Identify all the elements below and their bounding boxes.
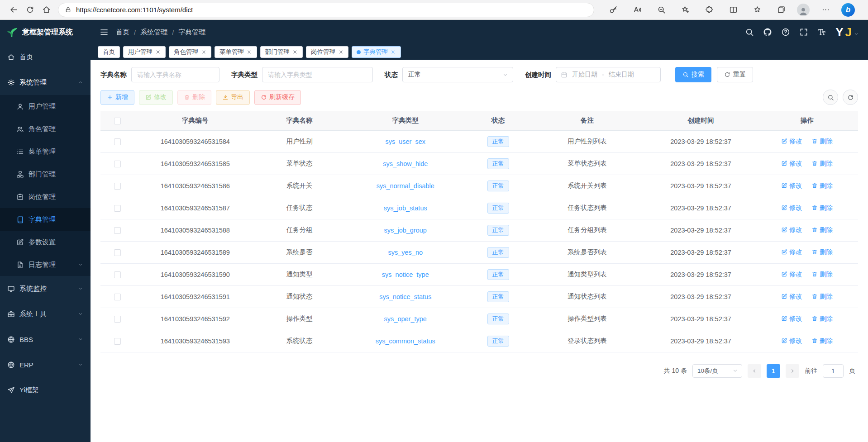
status-select[interactable]: 正常 <box>402 67 513 82</box>
row-edit-link[interactable]: 修改 <box>781 159 802 168</box>
reload-table-icon[interactable] <box>843 90 858 105</box>
sidebar-item-param-settings[interactable]: 参数设置 <box>0 231 91 253</box>
bing-copilot-icon[interactable]: b <box>841 3 855 17</box>
row-delete-link[interactable]: 删除 <box>811 159 833 168</box>
add-favorite-icon[interactable] <box>677 2 694 18</box>
goto-page-input[interactable] <box>823 364 844 378</box>
row-edit-link[interactable]: 修改 <box>781 248 802 257</box>
sidebar-item-log-mgmt[interactable]: 日志管理 <box>0 253 91 276</box>
row-checkbox[interactable] <box>114 294 121 300</box>
refresh-icon[interactable] <box>22 2 38 18</box>
sidebar-item-system-mgmt[interactable]: 系统管理 <box>0 70 91 95</box>
browser-home-icon[interactable] <box>38 2 54 18</box>
toggle-search-icon[interactable] <box>823 90 838 105</box>
github-icon[interactable] <box>763 28 772 37</box>
dict-type-link[interactable]: sys_notice_status <box>379 293 431 300</box>
dict-type-link[interactable]: sys_show_hide <box>383 160 428 167</box>
breadcrumb-system[interactable]: 系统管理 <box>140 28 167 37</box>
sidebar-item-dept-mgmt[interactable]: 部门管理 <box>0 163 91 185</box>
row-delete-link[interactable]: 删除 <box>811 270 833 279</box>
close-icon[interactable] <box>155 49 161 55</box>
dict-type-link[interactable]: sys_oper_type <box>384 315 427 323</box>
browser-settings-dots-icon[interactable] <box>817 2 834 18</box>
collections-icon[interactable] <box>773 2 789 18</box>
sidebar-item-yi-framework[interactable]: Yi框架 <box>0 377 91 403</box>
row-checkbox[interactable] <box>114 227 121 234</box>
tab-menu-mgmt[interactable]: 菜单管理 <box>215 46 257 58</box>
help-icon[interactable] <box>781 28 790 37</box>
next-page-button[interactable] <box>786 364 799 378</box>
address-bar[interactable]: https://ccnetcore.com:1101/system/dict <box>58 3 594 17</box>
dict-type-link[interactable]: sys_notice_type <box>382 271 429 278</box>
row-delete-link[interactable]: 删除 <box>811 181 833 190</box>
site-lock-icon[interactable] <box>65 6 72 13</box>
tab-home[interactable]: 首页 <box>98 46 120 58</box>
row-delete-link[interactable]: 删除 <box>811 314 833 323</box>
dict-type-link[interactable]: sys_user_sex <box>385 138 425 145</box>
hamburger-menu-icon[interactable] <box>100 28 109 37</box>
row-delete-link[interactable]: 删除 <box>811 337 833 345</box>
sidebar-item-post-mgmt[interactable]: 岗位管理 <box>0 185 91 208</box>
close-icon[interactable] <box>201 49 206 55</box>
page-size-select[interactable]: 10条/页 <box>692 364 742 378</box>
row-edit-link[interactable]: 修改 <box>781 292 802 301</box>
tab-post-mgmt[interactable]: 岗位管理 <box>306 46 348 58</box>
row-checkbox[interactable] <box>114 249 121 256</box>
read-aloud-icon[interactable] <box>630 2 646 18</box>
row-checkbox[interactable] <box>114 138 121 145</box>
sidebar-item-user-mgmt[interactable]: 用户管理 <box>0 95 91 118</box>
delete-button[interactable]: 删除 <box>177 90 211 105</box>
fullscreen-icon[interactable] <box>799 28 808 37</box>
row-edit-link[interactable]: 修改 <box>781 270 802 279</box>
extensions-icon[interactable] <box>701 2 718 18</box>
close-icon[interactable] <box>338 49 343 55</box>
close-icon[interactable] <box>292 49 298 55</box>
sidebar-item-home[interactable]: 首页 <box>0 44 91 70</box>
row-edit-link[interactable]: 修改 <box>781 337 802 345</box>
sidebar-item-dict-mgmt[interactable]: 字典管理 <box>0 208 91 231</box>
back-icon[interactable] <box>5 2 22 18</box>
password-key-icon[interactable] <box>606 2 622 18</box>
row-checkbox[interactable] <box>114 183 121 190</box>
row-delete-link[interactable]: 删除 <box>811 137 833 146</box>
row-checkbox[interactable] <box>114 338 121 345</box>
sidebar-item-role-mgmt[interactable]: 角色管理 <box>0 118 91 140</box>
sidebar-item-menu-mgmt[interactable]: 菜单管理 <box>0 140 91 163</box>
current-page-button[interactable]: 1 <box>767 364 780 378</box>
sidebar-item-erp[interactable]: ERP <box>0 352 91 377</box>
row-checkbox[interactable] <box>114 316 121 323</box>
sidebar-item-system-tools[interactable]: 系统工具 <box>0 301 91 327</box>
add-button[interactable]: 新增 <box>100 90 134 105</box>
refresh-cache-button[interactable]: 刷新缓存 <box>254 90 301 105</box>
header-search-icon[interactable] <box>745 28 754 37</box>
browser-profile-avatar[interactable] <box>797 4 810 16</box>
row-checkbox[interactable] <box>114 205 121 212</box>
row-delete-link[interactable]: 删除 <box>811 204 833 212</box>
row-delete-link[interactable]: 删除 <box>811 248 833 257</box>
zoom-icon[interactable] <box>653 2 670 18</box>
dict-name-input[interactable] <box>131 67 219 82</box>
search-button[interactable]: 搜索 <box>675 67 711 82</box>
row-delete-link[interactable]: 删除 <box>811 292 833 301</box>
favorites-bar-icon[interactable] <box>749 2 765 18</box>
row-edit-link[interactable]: 修改 <box>781 314 802 323</box>
tab-dict-mgmt[interactable]: 字典管理 <box>352 46 401 58</box>
row-edit-link[interactable]: 修改 <box>781 226 802 234</box>
row-checkbox[interactable] <box>114 161 121 167</box>
dict-type-input[interactable] <box>262 67 373 82</box>
text-size-icon[interactable] <box>817 28 826 37</box>
close-icon[interactable] <box>247 49 252 55</box>
dict-type-link[interactable]: sys_job_group <box>384 227 427 234</box>
create-time-range-picker[interactable]: 开始日期 - 结束日期 <box>556 67 661 82</box>
reset-button[interactable]: 重置 <box>717 67 753 82</box>
row-delete-link[interactable]: 删除 <box>811 226 833 234</box>
row-edit-link[interactable]: 修改 <box>781 204 802 212</box>
close-icon[interactable] <box>391 49 396 55</box>
sidebar-item-bbs[interactable]: BBS <box>0 327 91 352</box>
row-edit-link[interactable]: 修改 <box>781 181 802 190</box>
row-checkbox[interactable] <box>114 271 121 278</box>
split-screen-icon[interactable] <box>725 2 741 18</box>
prev-page-button[interactable] <box>748 364 761 378</box>
tab-dept-mgmt[interactable]: 部门管理 <box>260 46 303 58</box>
select-all-checkbox[interactable] <box>114 118 121 124</box>
